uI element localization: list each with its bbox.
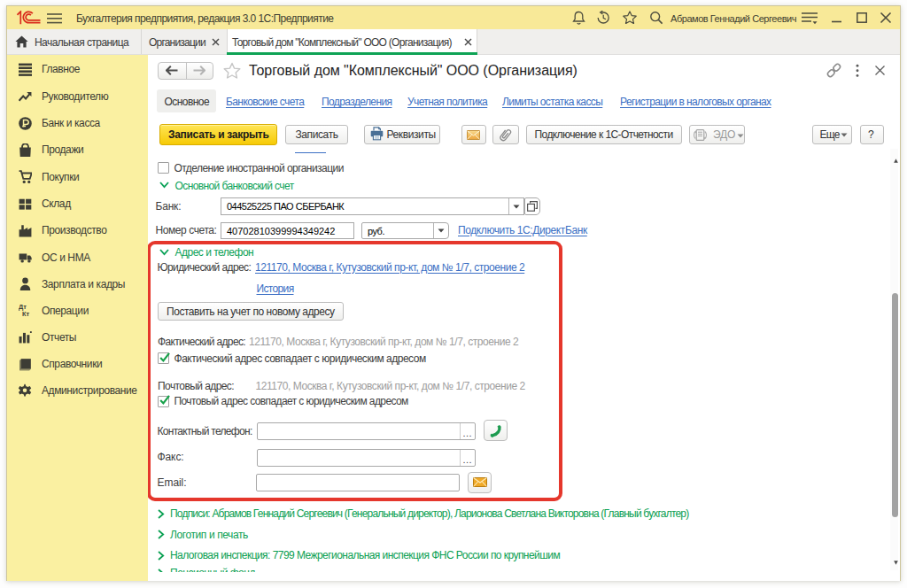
svg-text:Кт: Кт (22, 310, 30, 317)
